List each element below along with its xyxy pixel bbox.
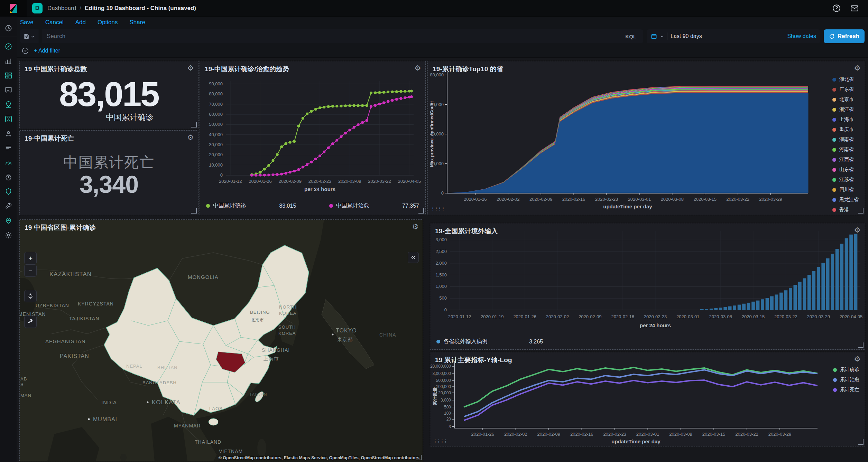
sidebar-item-machine-learning[interactable] [0,112,17,126]
panel-settings-icon[interactable]: ⚙ [852,63,862,73]
legend-item[interactable]: 湖北省 [832,76,859,83]
map-tools-button[interactable] [24,315,37,328]
map-canvas[interactable]: KAZAKHSTANMONGOLIAUZBEKISTANKYRGYZSTANTU… [20,220,422,461]
sidebar-item-maps[interactable] [0,97,17,112]
legend-label: 广东省 [839,86,854,93]
panel-settings-icon[interactable]: ⚙ [185,132,196,143]
imported-legend: 各省境外输入病例3,265 [436,338,859,345]
map-zoom-in-button[interactable]: ＋ [24,252,37,264]
newsfeed-icon[interactable] [850,4,859,13]
sidebar-item-infrastructure[interactable] [0,126,17,141]
sidebar-item-dev-tools[interactable] [0,199,17,213]
map-fit-data-button[interactable] [24,290,37,302]
legend-item[interactable]: 重庆市 [832,126,859,133]
map-label: TAIWAN [249,392,267,397]
chevron-down-icon [31,35,35,38]
legend-item[interactable]: 累计确诊 [833,367,859,373]
menu-options[interactable]: Options [98,19,118,26]
legend-item[interactable]: 各省境外输入病例 [436,338,488,345]
panel-settings-icon[interactable]: ⚙ [852,225,862,235]
top10-area-chart[interactable]: 020,00040,00060,00080,0002020-01-262020-… [428,61,813,214]
filter-icon[interactable] [21,47,29,55]
add-filter-link[interactable]: + Add filter [34,48,60,54]
sidebar-item-canvas[interactable] [0,83,17,97]
legend-item[interactable]: 湖南省 [832,136,859,143]
panel-resize-handle[interactable] [191,122,197,128]
help-icon[interactable] [832,4,841,13]
sidebar-item-dashboard[interactable] [0,68,17,83]
kibana-logo[interactable] [0,0,27,17]
menu-save[interactable]: Save [20,19,34,26]
panel-top10-provinces: 19-累计确诊Top10 的省 ⚙ 020,00040,00060,00080,… [427,61,865,215]
svg-text:70,000: 70,000 [209,102,223,107]
menu-share[interactable]: Share [130,19,145,26]
legend-item[interactable]: 四川省 [832,187,859,193]
legend-item[interactable]: 山东省 [832,167,859,173]
legend-label: 山东省 [839,167,854,173]
sidebar-item-uptime[interactable] [0,170,17,184]
svg-text:2020-04-05: 2020-04-05 [398,179,421,184]
map-label: MAN [20,393,31,398]
panel-resize-handle[interactable] [858,208,864,214]
time-range-value[interactable]: Last 90 days [671,33,702,39]
legend-item[interactable]: 黑龙江省 [832,197,859,203]
legend-item[interactable]: 累计治愈 [833,377,859,383]
legend-label: 中国累计确诊 [213,202,246,209]
panel-settings-icon[interactable]: ⚙ [852,354,862,364]
uptime-icon [4,173,12,181]
panel-title: 19 累计主要指标-Y轴-Log [430,352,517,368]
trend-line-chart[interactable]: 2020-01-122020-01-262020-02-092020-02-23… [200,61,425,197]
search-input[interactable]: Search KQL [42,29,643,43]
breadcrumb-app[interactable]: Dashboard [47,5,76,12]
map-zoom-out-button[interactable]: － [24,264,37,277]
menu-cancel[interactable]: Cancel [45,19,64,26]
sidebar-item-apm[interactable] [0,155,17,170]
panel-resize-handle[interactable] [191,208,197,214]
legend-item[interactable]: 江西省 [832,157,859,163]
space-badge[interactable]: D [32,3,43,13]
panel-settings-icon[interactable]: ⚙ [413,63,423,73]
show-dates-link[interactable]: Show dates [787,33,816,39]
legend-toggle-icon[interactable]: ⋮⋮⋮⋮ [431,205,440,213]
map-layers-toggle[interactable] [408,252,419,263]
panel-resize-handle[interactable] [858,439,864,445]
map-attribution[interactable]: © OpenStreetMap contributors, Elastic Ma… [219,455,419,460]
legend-item[interactable]: 河南省 [832,147,859,153]
imported-bar-chart[interactable]: 2020-01-122020-01-192020-01-262020-02-02… [430,223,864,331]
infrastructure-icon [4,130,12,138]
legend-item[interactable]: 浙江省 [832,106,859,113]
sidebar-item-logs[interactable] [0,141,17,155]
panel-settings-icon[interactable]: ⚙ [185,63,196,73]
legend-item[interactable]: 中国累计确诊 [206,202,246,209]
save-icon [24,34,29,39]
panel-resize-handle[interactable] [416,455,422,460]
legend-item[interactable]: 江苏省 [832,177,859,183]
legend-item[interactable]: 北京市 [832,96,859,103]
sidebar-item-management[interactable] [0,228,17,242]
legend-item[interactable]: 累计死亡 [833,387,859,393]
sidebar-item-recently-viewed[interactable] [0,21,17,35]
legend-item[interactable]: 香港 [832,207,859,213]
panel-settings-icon[interactable]: ⚙ [410,221,421,232]
map-label: AB [20,376,27,381]
svg-text:2020-02-23: 2020-02-23 [603,432,626,437]
panel-resize-handle[interactable] [418,208,424,214]
panel-resize-handle[interactable] [858,342,864,348]
saved-query-menu-button[interactable] [20,29,38,43]
kql-toggle[interactable]: KQL [623,34,638,39]
sidebar-item-siem[interactable] [0,184,17,199]
sidebar-item-discover[interactable] [0,39,17,54]
svg-text:100: 100 [444,411,451,416]
legend-label: 累计治愈 [840,377,859,383]
refresh-button[interactable]: Refresh [824,29,865,43]
legend-item[interactable]: 广东省 [832,86,859,93]
sidebar-item-visualize[interactable] [0,54,17,68]
legend-dot [329,204,333,208]
sidebar-item-stack-monitoring[interactable] [0,213,17,228]
logs-icon [4,144,12,152]
legend-item[interactable]: 上海市 [832,116,859,123]
legend-toggle-icon[interactable]: ⋮⋮⋮⋮ [433,437,442,445]
legend-item[interactable]: 中国累计治愈 [329,202,369,209]
date-picker[interactable]: Last 90 days Show dates [647,29,820,43]
menu-add[interactable]: Add [75,19,86,26]
